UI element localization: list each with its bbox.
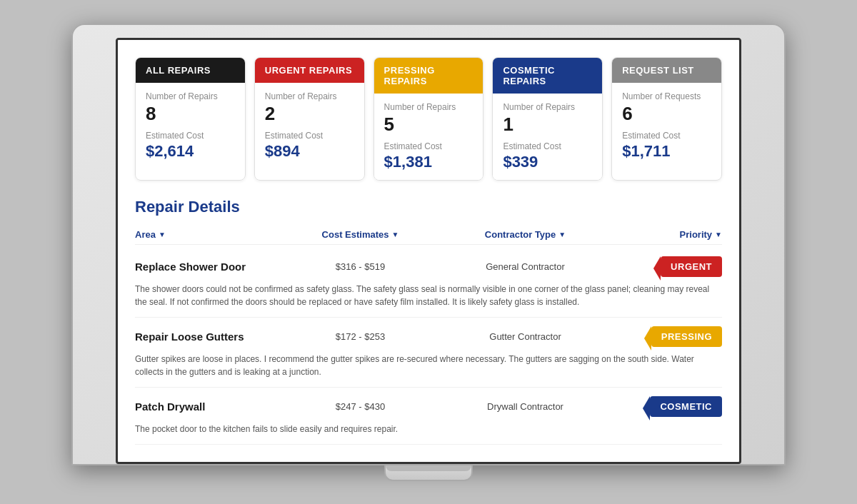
col-priority[interactable]: Priority ▼ bbox=[608, 229, 722, 240]
card-all-repairs[interactable]: ALL REPAIRS Number of Repairs 8 Estimate… bbox=[135, 57, 246, 181]
col-contractor[interactable]: Contractor Type ▼ bbox=[443, 229, 608, 240]
card-header-request: REQUEST LIST bbox=[612, 58, 721, 83]
repair-row-1: Repair Loose Gutters $172 - $253 Gutter … bbox=[135, 318, 722, 388]
repair-row-main-2: Patch Drywall $247 - $430 Drywall Contra… bbox=[135, 396, 722, 417]
repair-cost-2: $247 - $430 bbox=[278, 401, 443, 412]
card-header-pressing: PRESSING REPAIRS bbox=[374, 58, 483, 94]
cost-label-pressing: Estimated Cost bbox=[384, 141, 473, 151]
repairs-label-cosmetic: Number of Repairs bbox=[503, 102, 592, 112]
cost-value-cosmetic: $339 bbox=[503, 153, 592, 171]
repair-description-0: The shower doors could not be confirmed … bbox=[135, 283, 722, 308]
priority-sort-icon: ▼ bbox=[715, 231, 722, 238]
cost-label: Cost Estimates bbox=[322, 229, 389, 240]
repairs-label-all: Number of Repairs bbox=[146, 91, 235, 101]
repair-contractor-1: Gutter Contractor bbox=[443, 331, 608, 342]
priority-badge-2: COSMETIC bbox=[650, 396, 722, 417]
table-header: Area ▼ Cost Estimates ▼ Contractor Type … bbox=[135, 225, 722, 245]
repairs-count-urgent: 2 bbox=[265, 103, 354, 125]
repair-description-1: Gutter spikes are loose in places. I rec… bbox=[135, 353, 722, 378]
cost-label-urgent: Estimated Cost bbox=[265, 131, 354, 141]
repair-row-0: Replace Shower Door $316 - $519 General … bbox=[135, 248, 722, 318]
card-body-all: Number of Repairs 8 Estimated Cost $2,61… bbox=[136, 83, 245, 169]
repair-name-2: Patch Drywall bbox=[135, 400, 278, 413]
repairs-label-urgent: Number of Repairs bbox=[265, 91, 354, 101]
cost-value-request: $1,711 bbox=[622, 142, 711, 161]
repair-description-2: The pocket door to the kitchen fails to … bbox=[135, 423, 722, 435]
cost-label-request: Estimated Cost bbox=[622, 131, 711, 141]
cost-sort-icon: ▼ bbox=[392, 231, 399, 238]
card-request-list[interactable]: REQUEST LIST Number of Requests 6 Estima… bbox=[611, 57, 722, 181]
repairs-count-cosmetic: 1 bbox=[503, 114, 592, 136]
repairs-count-request: 6 bbox=[622, 103, 711, 125]
area-sort-icon: ▼ bbox=[159, 231, 166, 238]
card-body-urgent: Number of Repairs 2 Estimated Cost $894 bbox=[255, 83, 364, 169]
card-header-cosmetic: COSMETIC REPAIRS bbox=[493, 58, 602, 94]
repair-name-1: Repair Loose Gutters bbox=[135, 331, 278, 343]
laptop-base bbox=[384, 465, 473, 481]
repair-name-0: Replace Shower Door bbox=[135, 261, 278, 273]
repairs-label-request: Number of Requests bbox=[622, 91, 711, 101]
area-label: Area bbox=[135, 229, 156, 240]
card-header-urgent: URGENT REPAIRS bbox=[255, 58, 364, 83]
cost-value-urgent: $894 bbox=[265, 142, 354, 161]
repair-contractor-2: Drywall Contractor bbox=[443, 401, 608, 412]
card-cosmetic-repairs[interactable]: COSMETIC REPAIRS Number of Repairs 1 Est… bbox=[492, 57, 603, 181]
cost-label-all: Estimated Cost bbox=[146, 131, 235, 141]
col-cost[interactable]: Cost Estimates ▼ bbox=[278, 229, 443, 240]
cost-value-pressing: $1,381 bbox=[384, 153, 473, 171]
repair-details-title: Repair Details bbox=[135, 198, 722, 216]
repair-row-main-0: Replace Shower Door $316 - $519 General … bbox=[135, 256, 722, 277]
cost-value-all: $2,614 bbox=[146, 142, 235, 161]
repairs-count-pressing: 5 bbox=[384, 114, 473, 136]
priority-label: Priority bbox=[680, 229, 713, 240]
priority-badge-0: URGENT bbox=[661, 256, 722, 277]
repair-cost-1: $172 - $253 bbox=[278, 331, 443, 342]
repairs-label-pressing: Number of Repairs bbox=[384, 102, 473, 112]
card-body-cosmetic: Number of Repairs 1 Estimated Cost $339 bbox=[493, 94, 602, 180]
contractor-sort-icon: ▼ bbox=[558, 231, 566, 238]
screen: ALL REPAIRS Number of Repairs 8 Estimate… bbox=[116, 38, 741, 464]
repair-row-main-1: Repair Loose Gutters $172 - $253 Gutter … bbox=[135, 326, 722, 347]
card-body-request: Number of Requests 6 Estimated Cost $1,7… bbox=[612, 83, 721, 169]
priority-badge-1: PRESSING bbox=[651, 326, 722, 347]
laptop-frame: ALL REPAIRS Number of Repairs 8 Estimate… bbox=[71, 24, 786, 465]
card-header-all: ALL REPAIRS bbox=[136, 58, 245, 83]
contractor-label: Contractor Type bbox=[485, 229, 556, 240]
repairs-count-all: 8 bbox=[146, 103, 235, 125]
card-urgent-repairs[interactable]: URGENT REPAIRS Number of Repairs 2 Estim… bbox=[254, 57, 365, 181]
card-pressing-repairs[interactable]: PRESSING REPAIRS Number of Repairs 5 Est… bbox=[374, 57, 484, 181]
repair-contractor-0: General Contractor bbox=[443, 261, 608, 272]
summary-cards-row: ALL REPAIRS Number of Repairs 8 Estimate… bbox=[135, 57, 722, 181]
repair-cost-0: $316 - $519 bbox=[278, 261, 443, 272]
col-area[interactable]: Area ▼ bbox=[135, 229, 278, 240]
cost-label-cosmetic: Estimated Cost bbox=[503, 141, 592, 151]
card-body-pressing: Number of Repairs 5 Estimated Cost $1,38… bbox=[374, 94, 483, 180]
repair-row-2: Patch Drywall $247 - $430 Drywall Contra… bbox=[135, 388, 722, 445]
